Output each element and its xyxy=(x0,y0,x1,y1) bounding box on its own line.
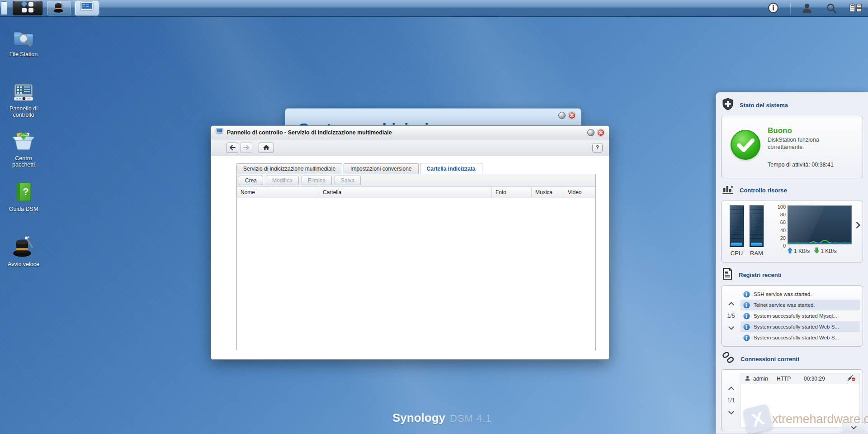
create-button[interactable]: Crea xyxy=(239,176,263,185)
desktop-icon-file-station[interactable]: File Station xyxy=(2,26,45,57)
info-icon[interactable] xyxy=(765,1,781,15)
column-header-folder[interactable]: Cartella xyxy=(319,187,492,198)
close-button[interactable] xyxy=(568,112,576,119)
minimize-button[interactable] xyxy=(558,112,566,119)
tab-conversion-settings[interactable]: Impostazioni conversione xyxy=(344,163,418,174)
control-panel-taskbar-button[interactable] xyxy=(75,1,99,15)
minimize-button[interactable] xyxy=(587,129,594,136)
log-item[interactable]: System successfully started Web S... xyxy=(741,332,860,343)
connection-row[interactable]: admin HTTP 00:30:29 xyxy=(741,373,859,384)
desktop-icon-control-panel[interactable]: Pannello di controllo xyxy=(2,81,45,119)
log-item[interactable]: System successfully started Web S... xyxy=(741,321,860,332)
connection-user: admin xyxy=(753,376,777,382)
recent-logs-card: 1/5 SSH service was started. Telnet serv… xyxy=(721,285,863,347)
resource-monitor-card: CPU RAM 100 80 60 40 20 0 1 KB/s xyxy=(721,200,863,262)
page-down-chevron[interactable] xyxy=(728,324,734,330)
window-navbar: ? xyxy=(211,139,609,156)
taskbar-divider xyxy=(790,2,790,14)
logs-pager: 1/5 xyxy=(722,289,741,343)
column-header-photo[interactable]: Foto xyxy=(492,187,532,198)
user-icon[interactable] xyxy=(799,1,815,15)
health-status: Buono xyxy=(768,126,835,135)
desktop-icon-package-center[interactable]: Centro pacchetti xyxy=(2,130,45,168)
cpu-gauge xyxy=(730,205,744,247)
connections-card: 1/1 admin HTTP 00:30:29 xyxy=(721,369,863,431)
table-body-empty[interactable] xyxy=(237,198,595,350)
log-item[interactable]: Telnet service was started. xyxy=(741,300,860,310)
home-button[interactable] xyxy=(259,143,274,153)
desktop-icon-quick-start[interactable]: Avvio veloce xyxy=(2,235,45,267)
info-badge-icon xyxy=(743,334,750,341)
dsm-desktop: File Station Pannello di controllo Centr… xyxy=(0,0,868,434)
download-arrow-icon xyxy=(814,248,819,255)
column-header-name[interactable]: Nome xyxy=(237,187,319,198)
page-up-chevron[interactable] xyxy=(728,302,734,308)
log-item[interactable]: SSH service was started. xyxy=(741,289,860,300)
show-desktop-button[interactable] xyxy=(1,1,7,15)
save-button[interactable]: Salva xyxy=(335,176,361,185)
help-button[interactable]: ? xyxy=(592,143,603,153)
magic-hat-icon xyxy=(52,1,65,15)
desktop-icon-label: Guida DSM xyxy=(4,206,43,212)
logs-page: 1/5 xyxy=(727,313,735,319)
svg-text:?: ? xyxy=(23,186,28,197)
desktop-icon-label: Avvio veloce xyxy=(4,261,43,267)
back-button[interactable] xyxy=(226,143,238,153)
window-body: Servizio di indicizzazione multimediale … xyxy=(211,156,609,359)
indexed-folder-panel: Crea Modifica Elimina Salva Nome Cartell… xyxy=(236,174,596,350)
connection-protocol: HTTP xyxy=(777,376,804,382)
info-badge-icon xyxy=(743,313,750,320)
network-speeds: 1 KB/s 1 KB/s xyxy=(788,248,852,255)
magic-hat-icon xyxy=(2,235,45,259)
health-ok-icon xyxy=(731,130,760,160)
log-item[interactable]: System successfully started Mysql... xyxy=(741,310,860,321)
connections-page: 1/1 xyxy=(727,397,735,404)
dsm-version: DSM 4.1 xyxy=(450,413,492,424)
column-header-music[interactable]: Musica xyxy=(532,187,564,198)
table-header: Nome Cartella Foto Musica Video xyxy=(237,187,595,198)
info-badge-icon xyxy=(743,302,750,309)
taskbar-right-icons xyxy=(765,0,863,16)
main-menu-button[interactable] xyxy=(13,1,42,15)
panel-collapse-tab[interactable] xyxy=(842,422,865,433)
upload-arrow-icon xyxy=(788,248,793,255)
brand-name: Synology xyxy=(392,411,445,425)
edit-button[interactable]: Modifica xyxy=(266,176,299,185)
log-list: SSH service was started. Telnet service … xyxy=(741,289,860,343)
download-speed: 1 KB/s xyxy=(821,248,836,254)
quick-launch-taskbar-button[interactable] xyxy=(47,1,71,15)
dsm-branding: Synology DSM 4.1 xyxy=(392,411,492,425)
user-small-icon xyxy=(745,375,750,382)
collapse-chevron-icon xyxy=(851,424,857,429)
control-panel-window-icon xyxy=(80,1,94,15)
forward-button[interactable] xyxy=(240,143,252,153)
resource-monitor-expand-chevron[interactable] xyxy=(854,222,861,229)
connection-duration: 00:30:29 xyxy=(804,376,835,382)
window-titlebar[interactable]: Pannello di controllo - Servizio di indi… xyxy=(211,126,609,139)
network-chart xyxy=(788,205,852,244)
widget-title: Connessioni correnti xyxy=(741,356,799,362)
desktop-icon-label: File Station xyxy=(4,51,43,57)
close-button[interactable] xyxy=(597,129,604,136)
system-health-card: Buono DiskStation funziona correttamente… xyxy=(721,116,863,178)
info-badge-icon xyxy=(743,324,750,330)
search-icon[interactable] xyxy=(824,1,839,15)
column-header-video[interactable]: Video xyxy=(564,187,595,198)
main-menu-icon xyxy=(19,0,36,16)
package-center-icon xyxy=(2,130,45,153)
disconnect-icon[interactable] xyxy=(847,375,856,383)
tab-media-indexing-service[interactable]: Servizio di indicizzazione multimediale xyxy=(236,163,342,174)
desktop-icon-label: Centro pacchetti xyxy=(4,155,43,168)
control-panel-window[interactable]: Pannello di controllo - Servizio di indi… xyxy=(211,125,609,360)
system-health-header: Stato del sistema xyxy=(716,92,868,116)
recent-logs-header: Registri recenti xyxy=(716,262,868,285)
page-up-chevron[interactable] xyxy=(728,386,734,392)
tab-indexed-folder[interactable]: Cartella indicizzata xyxy=(420,163,482,174)
delete-button[interactable]: Elimina xyxy=(302,176,332,185)
pilot-view-icon[interactable] xyxy=(848,1,863,15)
chart-y-axis: 100 80 60 40 20 0 xyxy=(773,204,786,248)
desktop-icon-label: Pannello di controllo xyxy=(4,105,43,119)
page-down-chevron[interactable] xyxy=(728,409,734,415)
desktop-icon-dsm-help[interactable]: ? Guida DSM xyxy=(2,181,45,212)
widget-title: Controllo risorse xyxy=(740,187,787,194)
